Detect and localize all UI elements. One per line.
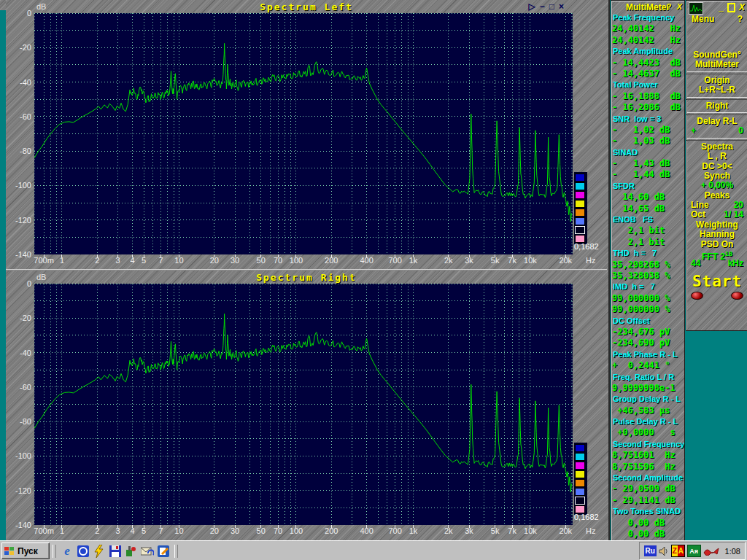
za-tray-icon[interactable]: ZA: [671, 545, 685, 557]
y-tick-label: -120: [6, 486, 31, 495]
trace-color-legend: [574, 172, 587, 244]
trace-color-swatch[interactable]: [575, 217, 585, 225]
za-a: A: [678, 545, 684, 556]
trace-color-swatch[interactable]: [575, 488, 585, 496]
windows-logo-icon: [4, 546, 15, 556]
close-icon[interactable]: ×: [559, 1, 564, 12]
floppy-save-icon[interactable]: [107, 544, 123, 559]
meter-label: Total Power: [611, 79, 684, 90]
help-icon[interactable]: ?: [667, 2, 672, 11]
clock[interactable]: 1:08: [725, 547, 740, 556]
tools-icon[interactable]: [123, 544, 139, 559]
multimeter-readouts: Peak Frequency24,40142 Hz24,40142 HzPeak…: [611, 12, 684, 540]
close-icon[interactable]: X: [677, 2, 682, 11]
multimeter-window: MultiMeter ? X Peak Frequency24,40142 Hz…: [611, 0, 685, 542]
delay-value-row[interactable]: + 0: [686, 126, 747, 136]
trace-color-swatch[interactable]: [575, 200, 585, 208]
samplerate-value: 44: [691, 259, 700, 268]
y-tick-label: -60: [6, 383, 31, 392]
status-leds: [686, 290, 747, 301]
meter-value: 99,000000 %: [611, 293, 684, 304]
system-tray: Ru ZA Ая 1:08: [639, 542, 746, 560]
start-menu-button[interactable]: Пуск: [1, 542, 50, 559]
help-icon[interactable]: ?: [738, 14, 743, 24]
trace-color-swatch[interactable]: [575, 182, 585, 190]
notes-pencil-icon[interactable]: [155, 544, 171, 559]
weighting-value-button[interactable]: Hanning: [686, 230, 747, 239]
meter-label: SFDR: [611, 181, 684, 192]
keyboard-layout-icon[interactable]: Ая: [687, 545, 701, 557]
minimize-icon[interactable]: −: [540, 1, 545, 12]
spectrum-right-panel: Spectrum Right dB 0-20-40-60-80-100-120-…: [6, 271, 607, 540]
trace-color-swatch[interactable]: [575, 191, 585, 199]
y-tick-label: -20: [6, 43, 31, 52]
line-row[interactable]: Line 20: [686, 201, 747, 210]
spectrum-plot-right[interactable]: [34, 284, 573, 525]
desktop-app-icon[interactable]: [75, 544, 91, 559]
soundgen-button[interactable]: SoundGen°: [686, 50, 747, 60]
octave-label: Oct: [691, 210, 705, 219]
meter-value: - 29,0509 dB: [611, 483, 684, 494]
meter-value: 35,298268 %: [611, 260, 684, 271]
y-tick-label: -140: [6, 250, 31, 259]
meter-label: IMD h = 7: [611, 281, 684, 292]
trace-color-swatch[interactable]: [575, 497, 585, 505]
start-button-label: Пуск: [18, 546, 38, 556]
play-icon[interactable]: ▷: [528, 1, 535, 12]
channel-button[interactable]: Right: [686, 101, 747, 111]
meter-value: 24,40142 Hz: [611, 23, 684, 34]
y-tick-label: -40: [6, 349, 31, 357]
delay-label: Delay R-L: [686, 117, 747, 126]
y-tick-label: -80: [6, 147, 31, 155]
meter-value: - 29,1141 dB: [611, 495, 684, 506]
trace-color-swatch[interactable]: [575, 226, 585, 234]
cursor-value: 0,1682: [574, 513, 599, 521]
x-axis-unit: Hz: [586, 526, 595, 535]
toolbar-grip[interactable]: [53, 545, 56, 558]
chart-title-right: Spectrum Right: [6, 272, 607, 283]
spectra-channels-button[interactable]: L , R: [686, 152, 747, 161]
psd-button[interactable]: PSD On: [686, 240, 747, 249]
synch-value: + 0,00%: [686, 181, 747, 190]
volume-icon[interactable]: [659, 546, 669, 556]
toolbar-grip[interactable]: [174, 545, 178, 558]
trace-color-swatch[interactable]: [575, 174, 585, 182]
y-tick-label: -100: [6, 451, 31, 460]
meter-value: 0,00 dB: [611, 518, 684, 529]
close-icon[interactable]: X: [739, 2, 745, 12]
cursor-value: 0,1682: [574, 242, 599, 251]
trace-color-swatch[interactable]: [575, 209, 585, 217]
led-right: [731, 292, 743, 300]
y-tick-label: -20: [6, 314, 31, 322]
peaks-button[interactable]: Peaks: [686, 191, 747, 201]
dc-button[interactable]: DC >0<: [686, 162, 747, 171]
y-tick-label: -80: [6, 417, 31, 426]
internet-explorer-icon[interactable]: e: [59, 544, 75, 559]
chart-window-buttons: ▷−□×: [526, 1, 566, 12]
trace-color-swatch[interactable]: [575, 444, 585, 452]
mail-sync-icon[interactable]: [139, 544, 155, 559]
minimize-icon[interactable]: _: [719, 2, 724, 12]
trace-color-swatch[interactable]: [575, 462, 585, 470]
menu-button[interactable]: Menu: [692, 14, 714, 24]
lightning-icon[interactable]: [91, 544, 107, 559]
synch-button[interactable]: Synch: [686, 171, 747, 181]
meter-value: +0,0000 s: [611, 427, 684, 438]
delay-value: 0: [738, 126, 743, 136]
x-tick-marks: [34, 525, 573, 528]
y-tick-label: -60: [6, 112, 31, 121]
multimeter-button[interactable]: MultiMeter: [686, 60, 747, 69]
language-indicator[interactable]: Ru: [644, 545, 657, 556]
maximize-icon[interactable]: □: [549, 1, 554, 12]
trace-color-swatch[interactable]: [575, 470, 585, 478]
fft-label: FFT 2: [702, 252, 725, 262]
maximize-icon[interactable]: [727, 3, 735, 12]
trace-color-swatch[interactable]: [575, 453, 585, 461]
octave-row[interactable]: Oct 1/ 14: [686, 210, 747, 219]
origin-mode-button[interactable]: L+R~L-R: [686, 85, 747, 95]
fft-size-button[interactable]: FFT 218: [686, 249, 747, 259]
red-wave-icon[interactable]: [703, 546, 719, 556]
start-button[interactable]: Start: [686, 273, 747, 290]
spectrum-plot-left[interactable]: [34, 13, 573, 254]
trace-color-swatch[interactable]: [575, 479, 585, 487]
